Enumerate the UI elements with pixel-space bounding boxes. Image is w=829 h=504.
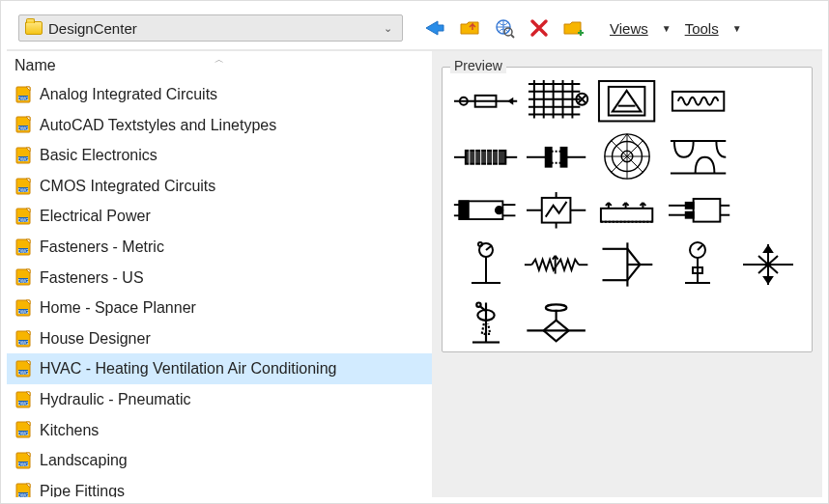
- dwg-file-icon: DWG: [14, 329, 34, 349]
- file-item-label: Hydraulic - Pneumatic: [40, 387, 191, 412]
- file-list-panel: ︿ Name DWGAnalog Integrated CircuitsDWGA…: [7, 49, 432, 497]
- dwg-file-icon: DWG: [14, 115, 34, 134]
- folder-icon: [25, 21, 43, 35]
- svg-text:DWG: DWG: [18, 371, 29, 376]
- preview-item[interactable]: [523, 238, 589, 291]
- preview-item[interactable]: [735, 238, 802, 291]
- file-item-label: Electrical Power: [40, 204, 151, 229]
- dwg-file-icon: DWG: [14, 146, 34, 165]
- svg-point-74: [496, 207, 502, 213]
- file-item[interactable]: DWGFasteners - Metric: [7, 232, 432, 263]
- svg-text:DWG: DWG: [18, 340, 29, 345]
- globe-search-button[interactable]: [492, 15, 517, 41]
- file-item[interactable]: DWGFasteners - US: [7, 263, 432, 294]
- preview-item[interactable]: [523, 130, 589, 182]
- new-folder-icon: [562, 18, 586, 38]
- file-item[interactable]: DWGPipe Fittings: [7, 476, 432, 497]
- preview-item[interactable]: [665, 130, 731, 182]
- back-button[interactable]: [422, 15, 447, 41]
- svg-rect-73: [459, 202, 468, 220]
- svg-rect-87: [685, 203, 693, 209]
- svg-text:DWG: DWG: [18, 309, 29, 314]
- preview-item[interactable]: [523, 77, 589, 125]
- svg-text:DWG: DWG: [18, 218, 29, 223]
- file-item[interactable]: DWGHouse Designer: [7, 323, 432, 354]
- svg-text:DWG: DWG: [18, 248, 29, 253]
- file-item[interactable]: DWGCMOS Integrated Circuits: [7, 171, 432, 202]
- file-item[interactable]: DWGHydraulic - Pneumatic: [7, 384, 432, 415]
- file-item[interactable]: DWGLandscaping: [7, 445, 432, 476]
- preview-item[interactable]: [593, 188, 660, 232]
- file-item[interactable]: DWGBasic Electronics: [7, 140, 432, 171]
- column-header-name[interactable]: ︿ Name: [7, 51, 432, 79]
- file-item[interactable]: DWGAutoCAD Textstyles and Linetypes: [7, 110, 432, 141]
- tool-icons: [422, 15, 586, 41]
- file-item-label: Fasteners - US: [40, 266, 144, 291]
- toolbar: DesignCenter ⌄: [7, 7, 822, 49]
- svg-rect-84: [601, 209, 652, 222]
- svg-text:DWG: DWG: [18, 187, 29, 192]
- preview-group: Preview: [442, 67, 813, 352]
- svg-text:DWG: DWG: [18, 462, 29, 466]
- file-item-label: Analog Integrated Circuits: [40, 82, 217, 107]
- file-item-label: Home - Space Planner: [40, 295, 196, 321]
- file-item-label: CMOS Integrated Circuits: [40, 174, 215, 199]
- preview-panel: Preview: [432, 49, 822, 497]
- folder-up-icon: [459, 18, 480, 38]
- new-folder-button[interactable]: [561, 15, 586, 41]
- preview-item[interactable]: [523, 188, 589, 232]
- preview-item[interactable]: [523, 296, 589, 349]
- file-item-label: Landscaping: [40, 448, 128, 473]
- views-caret-icon[interactable]: ▼: [656, 23, 677, 34]
- preview-item[interactable]: [665, 238, 731, 291]
- file-item[interactable]: DWGElectrical Power: [7, 201, 432, 232]
- delete-x-icon: [529, 18, 549, 38]
- file-item[interactable]: DWGAnalog Integrated Circuits: [7, 79, 432, 110]
- preview-item[interactable]: [452, 130, 519, 182]
- dwg-file-icon: DWG: [14, 267, 34, 287]
- preview-item[interactable]: [593, 77, 660, 125]
- preview-item[interactable]: [593, 238, 660, 291]
- svg-point-119: [546, 305, 567, 311]
- path-dropdown[interactable]: DesignCenter ⌄: [18, 14, 403, 42]
- svg-text:DWG: DWG: [18, 126, 29, 131]
- svg-text:DWG: DWG: [18, 401, 29, 406]
- svg-text:DWG: DWG: [18, 279, 29, 284]
- file-item-label: House Designer: [40, 326, 151, 351]
- svg-rect-53: [466, 150, 505, 163]
- svg-text:DWG: DWG: [18, 156, 29, 161]
- sort-asc-icon: ︿: [214, 53, 224, 67]
- svg-rect-56: [546, 148, 552, 167]
- views-menu[interactable]: Views: [610, 20, 648, 37]
- file-item[interactable]: DWGHVAC - Heating Ventilation Air Condit…: [7, 353, 432, 384]
- preview-item[interactable]: [665, 188, 731, 232]
- file-item-label: HVAC - Heating Ventilation Air Condition…: [40, 356, 336, 381]
- svg-line-106: [698, 245, 702, 250]
- tools-caret-icon[interactable]: ▼: [727, 23, 748, 34]
- preview-item[interactable]: [452, 296, 519, 349]
- svg-text:DWG: DWG: [18, 96, 29, 100]
- dwg-file-icon: DWG: [14, 177, 34, 196]
- svg-rect-86: [693, 199, 720, 222]
- preview-grid: [452, 77, 802, 342]
- file-item-label: Kitchens: [40, 418, 99, 443]
- dwg-file-icon: DWG: [14, 482, 34, 497]
- svg-text:DWG: DWG: [18, 432, 29, 436]
- tools-menu[interactable]: Tools: [685, 20, 719, 37]
- svg-line-96: [486, 246, 491, 250]
- preview-item[interactable]: [593, 130, 660, 182]
- preview-item[interactable]: [452, 238, 519, 291]
- dwg-file-icon: DWG: [14, 85, 34, 104]
- dwg-file-icon: DWG: [14, 238, 34, 257]
- file-item[interactable]: DWGKitchens: [7, 415, 432, 446]
- preview-item[interactable]: [452, 188, 519, 232]
- preview-item[interactable]: [452, 77, 519, 125]
- file-item-label: Pipe Fittings: [40, 479, 125, 497]
- delete-button[interactable]: [527, 15, 552, 41]
- file-item[interactable]: DWGHome - Space Planner: [7, 293, 432, 323]
- preview-item[interactable]: [665, 77, 731, 125]
- folder-up-button[interactable]: [457, 15, 482, 41]
- dwg-file-icon: DWG: [14, 420, 34, 439]
- svg-rect-57: [561, 148, 567, 167]
- svg-point-97: [478, 242, 482, 246]
